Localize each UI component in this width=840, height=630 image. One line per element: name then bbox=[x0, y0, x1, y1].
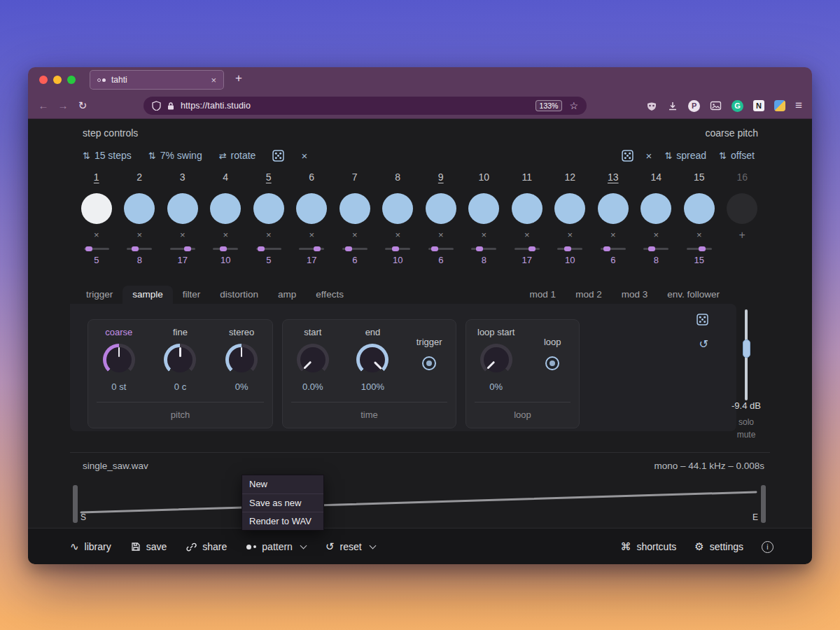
step-pitch-slider[interactable] bbox=[256, 248, 281, 250]
fine-knob[interactable] bbox=[164, 344, 196, 376]
add-step-button[interactable]: + bbox=[721, 230, 764, 241]
slider-thumb[interactable] bbox=[85, 246, 92, 251]
forward-button[interactable]: → bbox=[53, 99, 73, 111]
menu-hamburger-icon[interactable]: ≡ bbox=[795, 99, 802, 113]
step-pitch-slider[interactable] bbox=[471, 248, 496, 250]
spread-control[interactable]: ⇅ spread bbox=[664, 150, 706, 161]
slider-thumb[interactable] bbox=[431, 246, 438, 251]
step-remove-button[interactable]: × bbox=[505, 230, 549, 241]
minimize-window-button[interactable] bbox=[53, 76, 62, 84]
randomize-steps-dice-icon[interactable] bbox=[272, 150, 284, 162]
step-pad-disabled[interactable] bbox=[727, 193, 757, 224]
screenshot-icon[interactable] bbox=[710, 101, 722, 111]
slider-thumb[interactable] bbox=[314, 246, 321, 251]
slider-thumb[interactable] bbox=[528, 246, 536, 251]
loop-start-knob[interactable] bbox=[480, 344, 512, 376]
trigger-toggle[interactable] bbox=[422, 356, 436, 370]
new-tab-button[interactable]: + bbox=[235, 71, 242, 85]
waveform-end-handle[interactable] bbox=[761, 485, 766, 523]
step-remove-button[interactable]: × bbox=[333, 230, 377, 241]
step-pad[interactable] bbox=[167, 193, 198, 224]
slider-thumb[interactable] bbox=[392, 246, 399, 251]
solo-button[interactable]: solo bbox=[719, 417, 774, 427]
step-remove-button[interactable]: × bbox=[549, 230, 592, 241]
bookmark-star-icon[interactable]: ☆ bbox=[569, 100, 578, 111]
end-knob[interactable] bbox=[356, 344, 388, 376]
loop-toggle[interactable] bbox=[545, 356, 559, 370]
volume-slider-handle[interactable] bbox=[743, 340, 750, 358]
browser-tab[interactable]: tahti × bbox=[90, 70, 224, 90]
tab-mod-1[interactable]: mod 1 bbox=[520, 286, 566, 304]
grammarly-extension-icon[interactable]: G bbox=[732, 100, 743, 112]
step-pad[interactable] bbox=[512, 193, 542, 224]
step-pad[interactable] bbox=[554, 193, 585, 224]
back-button[interactable]: ← bbox=[34, 99, 53, 111]
tab-sample[interactable]: sample bbox=[122, 286, 173, 304]
pattern-button[interactable]: pattern bbox=[246, 541, 306, 552]
step-pad[interactable] bbox=[253, 193, 284, 224]
step-pitch-slider[interactable] bbox=[428, 248, 454, 250]
mute-button[interactable]: mute bbox=[719, 430, 774, 440]
step-pitch-slider[interactable] bbox=[127, 248, 152, 250]
close-window-button[interactable] bbox=[39, 76, 48, 84]
reload-button[interactable]: ↻ bbox=[73, 99, 92, 112]
slider-thumb[interactable] bbox=[258, 246, 265, 251]
slider-thumb[interactable] bbox=[648, 246, 655, 251]
tab-mod-3[interactable]: mod 3 bbox=[612, 286, 658, 304]
clear-steps-button[interactable]: × bbox=[301, 150, 307, 162]
info-button[interactable]: i bbox=[762, 541, 774, 553]
step-remove-button[interactable]: × bbox=[118, 230, 162, 241]
step-pad[interactable] bbox=[124, 193, 155, 224]
tab-filter[interactable]: filter bbox=[173, 286, 211, 304]
privacy-mask-icon[interactable] bbox=[646, 101, 657, 111]
coarse-knob[interactable] bbox=[103, 344, 135, 376]
slider-thumb[interactable] bbox=[476, 246, 483, 251]
slider-thumb[interactable] bbox=[132, 246, 139, 251]
step-pitch-slider[interactable] bbox=[342, 248, 368, 250]
swing-control[interactable]: ⇅ 7% swing bbox=[148, 150, 202, 161]
step-remove-button[interactable]: × bbox=[592, 230, 635, 241]
share-button[interactable]: share bbox=[186, 541, 227, 552]
step-pad[interactable] bbox=[468, 193, 499, 224]
start-knob[interactable] bbox=[297, 344, 329, 376]
color-extension-icon[interactable] bbox=[774, 100, 785, 111]
randomize-pitch-dice-icon[interactable] bbox=[622, 150, 634, 162]
step-pitch-slider[interactable] bbox=[84, 248, 109, 250]
slider-thumb[interactable] bbox=[220, 246, 227, 251]
menu-item-new[interactable]: New bbox=[242, 475, 323, 493]
library-button[interactable]: ∿ library bbox=[70, 540, 111, 553]
waveform-start-handle[interactable] bbox=[73, 485, 78, 523]
tab-distortion[interactable]: distortion bbox=[210, 286, 268, 304]
step-remove-button[interactable]: × bbox=[635, 230, 678, 241]
rotate-control[interactable]: ⇄ rotate bbox=[219, 150, 256, 161]
tab-amp[interactable]: amp bbox=[268, 286, 306, 304]
step-pitch-slider[interactable] bbox=[213, 248, 238, 250]
tab-effects[interactable]: effects bbox=[306, 286, 354, 304]
step-remove-button[interactable]: × bbox=[290, 230, 334, 241]
step-pad[interactable] bbox=[296, 193, 327, 224]
step-remove-button[interactable]: × bbox=[678, 230, 721, 241]
url-text[interactable]: https://tahti.studio bbox=[181, 101, 251, 111]
step-remove-button[interactable]: × bbox=[419, 230, 463, 241]
step-remove-button[interactable]: × bbox=[463, 230, 506, 241]
step-remove-button[interactable]: × bbox=[377, 230, 420, 241]
save-button[interactable]: save bbox=[131, 541, 167, 552]
slider-thumb[interactable] bbox=[603, 246, 610, 251]
reset-button[interactable]: ↺ reset bbox=[326, 540, 375, 553]
step-pad[interactable] bbox=[684, 193, 715, 224]
step-pad[interactable] bbox=[81, 193, 112, 224]
settings-button[interactable]: ⚙ settings bbox=[694, 540, 743, 553]
step-remove-button[interactable]: × bbox=[204, 230, 248, 241]
zoom-window-button[interactable] bbox=[67, 76, 76, 84]
step-pitch-slider[interactable] bbox=[514, 248, 540, 250]
stereo-knob[interactable] bbox=[225, 344, 258, 376]
offset-control[interactable]: ⇅ offset bbox=[719, 150, 755, 161]
step-remove-button[interactable]: × bbox=[247, 230, 290, 241]
step-pad[interactable] bbox=[210, 193, 241, 224]
randomize-sample-dice-icon[interactable] bbox=[696, 314, 708, 326]
step-pitch-slider[interactable] bbox=[643, 248, 668, 250]
slider-thumb[interactable] bbox=[184, 246, 191, 251]
step-pad[interactable] bbox=[426, 193, 456, 224]
menu-item-render-to-wav[interactable]: Render to WAV bbox=[242, 512, 323, 530]
clear-pitch-button[interactable]: × bbox=[646, 150, 652, 162]
